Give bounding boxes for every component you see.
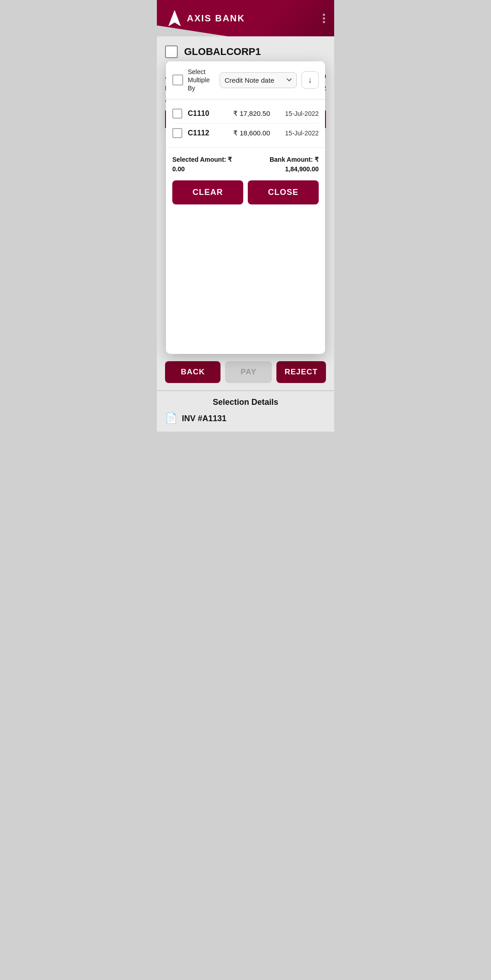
credit-note-modal: Select Multiple By Credit Note date Amou… [166, 61, 325, 354]
axis-logo-icon [166, 10, 183, 27]
modal-buttons: CLEAR CLOSE [166, 180, 325, 212]
table-row: C1110 ₹ 17,820.50 15-Jul-2022 [172, 104, 319, 124]
invoice-icon: 📄 [165, 413, 177, 424]
selection-details-title: Selection Details [165, 398, 326, 407]
bank-name: AXIS BANK [187, 13, 245, 24]
bank-amount-block: Bank Amount: ₹ 1,84,900.00 [270, 155, 319, 174]
app-header: AXIS BANK [157, 0, 334, 36]
main-content: GLOBALCORP1 A1131 Bal: ₹1,85,000.00 Date… [157, 36, 334, 354]
item-amount-1: ₹ 18,600.00 [220, 129, 270, 137]
invoice-row: 📄 INV #A1131 [165, 413, 326, 432]
invoice-text: INV #A1131 [182, 414, 226, 423]
page-wrapper: AXIS BANK GLOBALCORP1 A1131 Bal: ₹1,85,0… [157, 0, 334, 432]
modal-overlay: Select Multiple By Credit Note date Amou… [157, 36, 334, 354]
selected-amount-value: 0.00 [172, 165, 185, 173]
item-code-0: C1110 [188, 109, 215, 118]
selection-details-section: Selection Details 📄 INV #A1131 [157, 390, 334, 432]
item-date-1: 15-Jul-2022 [276, 129, 319, 137]
modal-items-list: C1110 ₹ 17,820.50 15-Jul-2022 C1112 ₹ 18… [166, 99, 325, 148]
table-row: C1112 ₹ 18,600.00 15-Jul-2022 [172, 124, 319, 143]
modal-filter-row: Select Multiple By Credit Note date Amou… [166, 61, 325, 99]
bank-amount-label: Bank Amount: ₹ [270, 156, 319, 163]
item-code-1: C1112 [188, 129, 215, 137]
header-left: AXIS BANK [166, 10, 245, 27]
item-date-0: 15-Jul-2022 [276, 110, 319, 117]
dot-3 [323, 21, 325, 23]
item-amount-0: ₹ 17,820.50 [220, 109, 270, 118]
item-checkbox-1[interactable] [172, 128, 182, 138]
item-checkbox-0[interactable] [172, 109, 182, 119]
selected-amount-label: Selected Amount: ₹ [172, 156, 232, 163]
select-multiple-label: Select Multiple By [188, 68, 215, 93]
action-buttons: BACK PAY REJECT [157, 354, 334, 390]
select-multiple-checkbox[interactable] [172, 75, 183, 85]
more-options-button[interactable] [323, 14, 325, 23]
clear-button[interactable]: CLEAR [172, 180, 243, 204]
sort-direction-button[interactable]: ↓ [301, 71, 319, 89]
sort-select[interactable]: Credit Note date Amount Credit Note [220, 72, 297, 88]
svg-marker-0 [169, 10, 180, 26]
bank-amount-value: 1,84,900.00 [285, 165, 319, 173]
axis-logo: AXIS BANK [166, 10, 245, 27]
modal-summary: Selected Amount: ₹ 0.00 Bank Amount: ₹ 1… [166, 148, 325, 180]
back-button[interactable]: BACK [165, 361, 220, 383]
selected-amount-block: Selected Amount: ₹ 0.00 [172, 155, 232, 174]
pay-button[interactable]: PAY [225, 361, 271, 383]
close-button[interactable]: CLOSE [248, 180, 319, 204]
reject-button[interactable]: REJECT [276, 361, 326, 383]
dot-1 [323, 14, 325, 16]
dot-2 [323, 17, 325, 20]
